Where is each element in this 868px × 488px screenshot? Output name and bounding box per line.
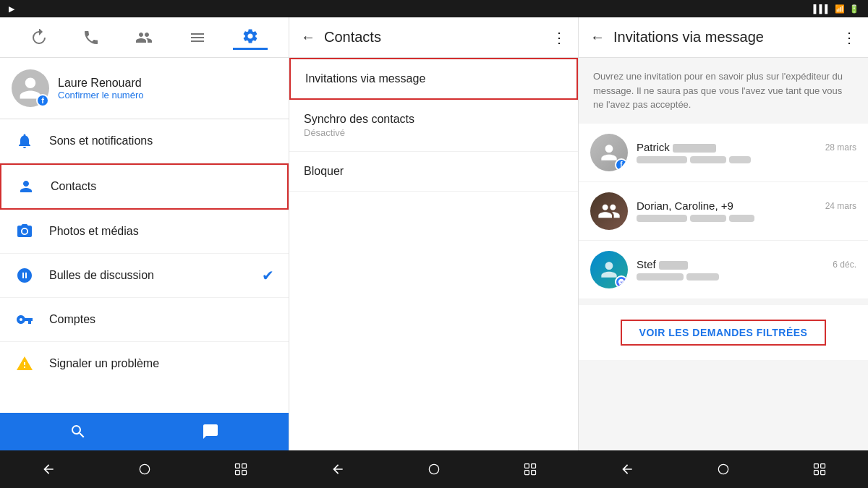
svg-rect-13 <box>814 471 819 475</box>
fb-letter: f <box>41 96 44 105</box>
bottom-nav-right-group <box>579 456 868 482</box>
dorian-info: Dorian, Caroline, +9 24 mars <box>637 200 856 222</box>
profile-info: Laure Renouard Confirmer le numéro <box>58 77 144 100</box>
dorian-avatar <box>590 192 628 230</box>
confirm-number-link[interactable]: Confirmer le numéro <box>58 90 144 100</box>
invitation-item-stef[interactable]: Stef 6 déc. <box>579 241 868 299</box>
profile-section: f Laure Renouard Confirmer le numéro <box>0 58 289 119</box>
signal-icon: ▌▌▌ <box>814 4 830 13</box>
bell-icon <box>14 131 35 151</box>
nav-icons-bar <box>0 17 289 58</box>
dorian-name: Dorian, Caroline, +9 <box>637 200 733 212</box>
home-nav-button-right[interactable] <box>710 456 736 482</box>
stef-name: Stef <box>637 258 688 270</box>
right-content: Ouvrez une invitation pour en savoir plu… <box>579 58 868 450</box>
svg-rect-7 <box>532 464 536 468</box>
tab-menu[interactable] <box>180 26 215 49</box>
svg-rect-12 <box>821 464 825 468</box>
svg-rect-2 <box>242 464 247 468</box>
svg-rect-11 <box>814 464 819 468</box>
status-time: ▶ <box>9 4 14 14</box>
contacts-label: Contacts <box>51 180 273 193</box>
contacts-submenu: Invitations via message Synchro des cont… <box>289 58 578 450</box>
menu-item-invitations[interactable]: Invitations via message <box>289 58 578 100</box>
tab-contacts[interactable] <box>127 26 161 49</box>
tab-settings[interactable] <box>233 25 268 50</box>
back-arrow-icon[interactable]: ← <box>301 29 315 46</box>
settings-item-report[interactable]: Signaler un problème <box>0 342 289 385</box>
search-button[interactable] <box>62 416 94 448</box>
menu-item-synchro[interactable]: Synchro des contacts Désactivé <box>289 100 578 152</box>
compose-button[interactable] <box>195 416 226 448</box>
preview-blur-3 <box>729 156 751 163</box>
svg-rect-9 <box>532 471 536 475</box>
recents-nav-button-mid[interactable] <box>517 456 543 482</box>
home-nav-button-left[interactable] <box>132 456 158 482</box>
voir-filtrees-section: VOIR LES DEMANDES FILTRÉES <box>579 305 868 360</box>
back-nav-button-mid[interactable] <box>325 456 351 482</box>
invitations-label: Invitations via message <box>305 72 562 85</box>
stef-messenger-badge <box>615 275 628 288</box>
middle-panel: ← Contacts ⋮ Invitations via message Syn… <box>289 17 579 450</box>
battery-icon: 🔋 <box>849 4 859 14</box>
svg-point-10 <box>718 464 728 474</box>
settings-item-bubbles[interactable]: Bulles de discussion ✔ <box>0 254 289 298</box>
settings-item-photos[interactable]: Photos et médias <box>0 210 289 254</box>
preview-blur-2 <box>690 156 726 163</box>
bubble-icon <box>14 265 35 286</box>
tab-calls[interactable] <box>74 26 109 49</box>
warning-icon <box>14 354 35 374</box>
patrick-avatar: f <box>590 134 628 171</box>
bottom-bar-left <box>0 413 289 450</box>
status-right: ▌▌▌ 📶 🔋 <box>814 4 859 14</box>
key-icon <box>14 309 35 330</box>
right-more-options-icon[interactable]: ⋮ <box>842 29 856 46</box>
menu-item-block[interactable]: Bloquer <box>289 152 578 192</box>
user-avatar-container: f <box>12 69 49 107</box>
app-container: f Laure Renouard Confirmer le numéro Son… <box>0 17 868 450</box>
patrick-name-row: Patrick 28 mars <box>637 141 856 153</box>
preview-blur-2 <box>690 215 726 222</box>
check-icon: ✔ <box>262 267 274 284</box>
notifications-label: Sons et notifications <box>49 134 274 147</box>
accounts-label: Comptes <box>49 313 274 326</box>
invitation-item-dorian[interactable]: Dorian, Caroline, +9 24 mars <box>579 182 868 241</box>
patrick-preview <box>637 156 856 163</box>
info-description: Ouvrez une invitation pour en savoir plu… <box>579 58 868 124</box>
settings-item-accounts[interactable]: Comptes <box>0 298 289 342</box>
stef-info: Stef 6 déc. <box>637 258 856 281</box>
synchro-label: Synchro des contacts <box>304 113 563 126</box>
preview-blur-3 <box>729 215 754 222</box>
invitation-item-patrick[interactable]: f Patrick 28 mars <box>579 124 868 182</box>
bottom-nav-middle-group <box>289 456 579 482</box>
settings-item-contacts[interactable]: Contacts <box>0 163 289 210</box>
svg-rect-8 <box>525 471 529 475</box>
patrick-name-blur <box>673 144 716 153</box>
recents-nav-button-left[interactable] <box>228 456 254 482</box>
preview-blur-2 <box>686 273 719 281</box>
patrick-fb-letter: f <box>620 160 622 168</box>
svg-point-0 <box>140 464 149 474</box>
stef-name-row: Stef 6 déc. <box>637 258 856 270</box>
more-options-icon[interactable]: ⋮ <box>552 29 566 46</box>
status-bar: ▶ ▌▌▌ 📶 🔋 <box>0 0 868 17</box>
report-label: Signaler un problème <box>49 357 274 370</box>
voir-filtrees-button[interactable]: VOIR LES DEMANDES FILTRÉES <box>621 320 827 346</box>
dorian-preview <box>637 215 856 222</box>
right-back-arrow-icon[interactable]: ← <box>590 29 605 46</box>
recents-nav-button-right[interactable] <box>807 456 833 482</box>
back-nav-button-right[interactable] <box>614 456 640 482</box>
tab-recent[interactable] <box>21 26 56 49</box>
bottom-nav-left-group <box>0 456 289 482</box>
right-header: ← Invitations via message ⋮ <box>579 17 868 58</box>
photos-label: Photos et médias <box>49 225 274 238</box>
block-label: Bloquer <box>304 165 563 178</box>
facebook-badge: f <box>36 94 49 107</box>
settings-item-notifications[interactable]: Sons et notifications <box>0 119 289 163</box>
dorian-date: 24 mars <box>825 201 856 211</box>
stef-date: 6 déc. <box>833 260 856 270</box>
home-nav-button-mid[interactable] <box>421 456 447 482</box>
patrick-date: 28 mars <box>825 142 856 153</box>
patrick-info: Patrick 28 mars <box>637 141 856 163</box>
back-nav-button-left[interactable] <box>35 456 61 482</box>
